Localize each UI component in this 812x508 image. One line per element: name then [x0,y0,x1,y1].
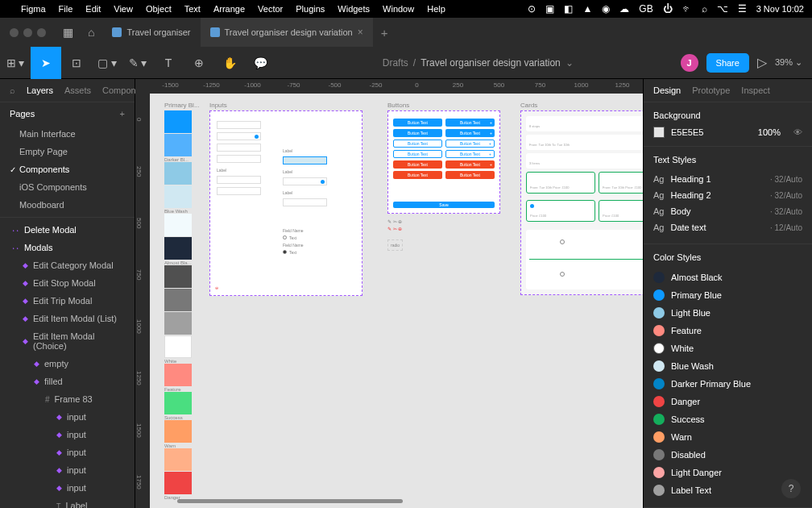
move-tool[interactable]: ➤ [31,47,61,79]
color-style-row[interactable]: Feature [653,322,802,339]
text-style-row[interactable]: AgHeading 2 · 32/Auto [653,187,802,203]
menubar-date[interactable]: 3 Nov 10:02 [756,4,804,14]
color-swatch[interactable] [164,289,200,311]
layer-item[interactable]: ◆ Edit Item Modal (List) [0,310,135,327]
add-page-button[interactable]: + [120,109,125,119]
color-swatch[interactable]: Danger [164,472,200,500]
color-swatch[interactable] [164,110,200,133]
share-button[interactable]: Share [706,53,749,73]
avatar[interactable]: J [681,54,698,72]
layer-item[interactable]: ⬪⬪ Modals [0,239,135,256]
menu-file[interactable]: File [59,4,73,14]
canvas-area[interactable]: Primary Bl... Darker Bl...Blue WashAlmos… [150,94,643,508]
page-item[interactable]: Moodboard [0,196,135,214]
color-swatch[interactable]: Success [164,392,200,420]
bg-opacity[interactable]: 100% [758,127,781,137]
page-item-selected[interactable]: Components [0,160,135,178]
bg-color-swatch[interactable] [653,127,665,138]
menu-help[interactable]: Help [427,4,445,14]
color-swatch[interactable] [164,312,200,335]
control-icon[interactable]: ☰ [738,3,747,15]
zoom-level[interactable]: 39% ⌄ [775,57,802,68]
frame-inputs[interactable]: Inputs Label Label Label [209,102,362,296]
layer-item[interactable]: ◆ input [0,443,135,461]
color-style-row[interactable]: Light Danger [653,464,802,481]
layer-item[interactable]: # Frame 83 [0,390,135,408]
color-swatch[interactable] [164,214,200,236]
close-tab-icon[interactable]: × [358,27,363,38]
layer-item[interactable]: ◆ input [0,408,135,426]
layer-item[interactable]: ◆ Edit Category Modal [0,256,135,274]
comment-tool[interactable]: 💬 [245,47,276,79]
hand-tool[interactable]: ✋ [214,47,245,79]
color-swatch[interactable]: Warn [164,420,200,448]
color-swatch[interactable]: White [164,335,200,364]
prototype-tab[interactable]: Prototype [692,85,730,95]
frame-cards[interactable]: Cards PlanningSouth America8 stops Plann… [520,102,643,295]
layer-item[interactable]: ◆ empty [0,355,135,373]
inspect-tab[interactable]: Inspect [741,85,769,95]
color-swatch[interactable]: Darker Bl... [164,134,200,162]
frame-tool[interactable]: ⊡ [61,47,92,79]
frame-buttons[interactable]: Buttons Button TextButton Text+ Button T… [387,102,500,251]
home-button[interactable]: ⌂ [80,26,102,39]
menu-arrange[interactable]: Arrange [213,4,245,14]
color-swatch[interactable]: Blue Wash [164,185,200,214]
layer-item[interactable]: ◆ input [0,426,135,443]
layer-item[interactable]: ◆ Edit Stop Modal [0,274,135,292]
window-controls[interactable] [0,28,56,37]
layer-item[interactable]: T Label [0,497,135,508]
color-style-row[interactable]: White [653,339,802,357]
chevron-down-icon[interactable]: ⌄ [566,57,574,69]
color-style-row[interactable]: Warn [653,428,802,446]
new-tab-button[interactable]: + [373,26,396,40]
breadcrumb[interactable]: Drafts / Travel organiser design variati… [276,57,681,69]
bg-hex-value[interactable]: E5E5E5 [671,127,703,137]
color-swatch[interactable] [164,162,200,185]
menu-app[interactable]: Figma [21,4,46,14]
color-style-row[interactable]: Danger [653,393,802,410]
color-style-row[interactable]: Label Text [653,481,802,499]
search-icon[interactable]: ⌕ [702,3,707,15]
file-tab[interactable]: Travel organiser [102,18,200,47]
assets-tab[interactable]: Assets [64,85,91,95]
figma-menu-icon[interactable]: ▦ [56,16,80,48]
text-style-row[interactable]: AgDate text · 12/Auto [653,219,802,235]
text-tool[interactable]: T [153,47,184,79]
resources-tool[interactable]: ⊕ [184,47,214,79]
color-style-row[interactable]: Success [653,410,802,428]
present-button[interactable]: ▷ [757,55,767,70]
file-tab-active[interactable]: Travel organiser design variation × [201,18,373,47]
color-swatch[interactable] [164,265,200,288]
search-icon[interactable]: ⌕ [10,85,15,95]
design-tab[interactable]: Design [653,85,681,95]
frame-primary-colors[interactable]: Primary Bl... Darker Bl...Blue WashAlmos… [164,102,200,500]
layer-item[interactable]: ◆ input [0,479,135,497]
color-style-row[interactable]: Light Blue [653,304,802,322]
menu-plugins[interactable]: Plugins [296,4,325,14]
text-style-row[interactable]: AgBody · 32/Auto [653,203,802,219]
menu-vector[interactable]: Vector [258,4,283,14]
color-style-row[interactable]: Primary Blue [653,286,802,304]
layer-item[interactable]: ⬪⬪ Delete Modal [0,221,135,239]
layer-item[interactable]: ◆ Edit Item Modal (Choice) [0,327,135,355]
layer-item[interactable]: ◆ Edit Trip Modal [0,292,135,310]
page-item[interactable]: iOS Components [0,178,135,196]
menu-widgets[interactable]: Widgets [338,4,370,14]
layer-item[interactable]: ◆ input [0,461,135,479]
page-item[interactable]: Empty Page [0,143,135,160]
shape-tool[interactable]: ▢ ▾ [92,47,122,79]
help-button[interactable]: ? [781,479,801,498]
color-style-row[interactable]: Darker Primary Blue [653,375,802,393]
menu-text[interactable]: Text [184,4,201,14]
pen-tool[interactable]: ✎ ▾ [122,47,153,79]
color-style-row[interactable]: Blue Wash [653,357,802,375]
visibility-icon[interactable]: 👁 [793,127,802,137]
main-menu-button[interactable]: ⊞ ▾ [0,47,31,79]
menu-edit[interactable]: Edit [85,4,101,14]
menu-view[interactable]: View [114,4,133,14]
page-item[interactable]: Main Interface [0,125,135,143]
canvas[interactable]: -1500-1250-1000-750-500-2500250500750100… [135,79,643,508]
color-swatch[interactable]: Feature [164,364,200,392]
text-style-row[interactable]: AgHeading 1 · 32/Auto [653,171,802,187]
